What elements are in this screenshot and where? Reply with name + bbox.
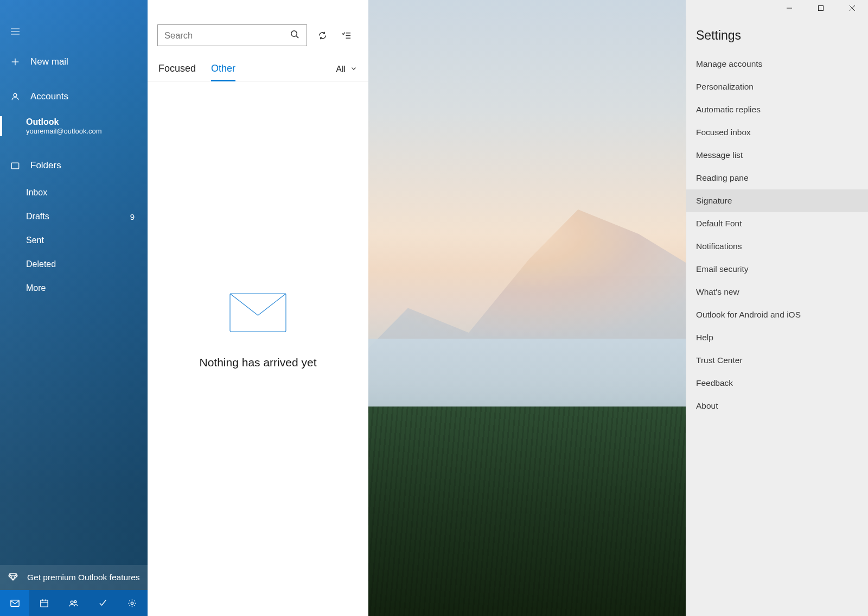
svg-point-9 xyxy=(14,93,17,97)
account-email: youremail@outlook.com xyxy=(26,127,148,135)
folder-more[interactable]: More xyxy=(0,276,148,300)
folder-label: Drafts xyxy=(26,212,49,221)
app-switcher-bar xyxy=(0,590,148,616)
settings-button[interactable] xyxy=(117,590,146,616)
folders-label: Folders xyxy=(30,160,61,171)
search-icon xyxy=(290,29,300,42)
hamburger-button[interactable] xyxy=(0,16,30,47)
settings-list: Manage accountsPersonalizationAutomatic … xyxy=(686,53,868,417)
filter-label: All xyxy=(336,65,346,74)
svg-rect-24 xyxy=(230,294,286,332)
folder-icon xyxy=(10,161,21,170)
mail-app-button[interactable] xyxy=(0,590,29,616)
settings-item-trust-center[interactable]: Trust Center xyxy=(686,349,868,372)
folder-label: More xyxy=(26,283,46,293)
people-app-button[interactable] xyxy=(59,590,88,616)
svg-point-17 xyxy=(74,600,76,602)
search-input[interactable] xyxy=(164,30,290,41)
new-mail-label: New mail xyxy=(30,56,68,67)
settings-item-manage-accounts[interactable]: Manage accounts xyxy=(686,53,868,75)
window-controls xyxy=(774,0,868,16)
select-mode-button[interactable] xyxy=(337,24,355,46)
accounts-header[interactable]: Accounts xyxy=(0,81,148,112)
settings-item-what-s-new[interactable]: What's new xyxy=(686,281,868,303)
folder-label: Inbox xyxy=(26,188,47,198)
folder-inbox[interactable]: Inbox xyxy=(0,181,148,205)
minimize-button[interactable] xyxy=(774,0,805,16)
tab-focused[interactable]: Focused xyxy=(158,63,196,81)
settings-item-default-font[interactable]: Default Font xyxy=(686,212,868,235)
settings-item-automatic-replies[interactable]: Automatic replies xyxy=(686,98,868,121)
svg-rect-1 xyxy=(819,6,824,11)
svg-point-19 xyxy=(291,30,297,36)
maximize-button[interactable] xyxy=(805,0,837,16)
new-mail-button[interactable]: New mail xyxy=(0,47,148,77)
plus-icon xyxy=(10,57,21,67)
settings-item-signature[interactable]: Signature xyxy=(686,189,868,212)
folder-count: 9 xyxy=(130,212,135,221)
folder-list: Inbox Drafts 9 Sent Deleted More xyxy=(0,181,148,300)
folders-header[interactable]: Folders xyxy=(0,150,148,181)
folder-deleted[interactable]: Deleted xyxy=(0,252,148,276)
person-icon xyxy=(10,92,21,101)
accounts-label: Accounts xyxy=(30,91,68,102)
settings-title: Settings xyxy=(686,23,868,53)
settings-item-email-security[interactable]: Email security xyxy=(686,258,868,281)
svg-rect-12 xyxy=(40,600,47,606)
inbox-tabs: Focused Other All xyxy=(148,54,368,81)
settings-item-notifications[interactable]: Notifications xyxy=(686,235,868,258)
premium-banner[interactable]: Get premium Outlook features xyxy=(0,565,148,590)
folder-drafts[interactable]: Drafts 9 xyxy=(0,205,148,228)
account-item[interactable]: Outlook youremail@outlook.com xyxy=(0,112,148,141)
premium-label: Get premium Outlook features xyxy=(27,573,140,582)
tab-other[interactable]: Other xyxy=(211,63,235,81)
settings-panel: Settings Manage accountsPersonalizationA… xyxy=(686,16,868,616)
folder-label: Deleted xyxy=(26,259,56,269)
chevron-down-icon xyxy=(350,65,358,74)
settings-item-feedback[interactable]: Feedback xyxy=(686,372,868,395)
svg-point-18 xyxy=(131,602,133,604)
svg-line-20 xyxy=(296,36,298,38)
settings-item-message-list[interactable]: Message list xyxy=(686,144,868,167)
message-toolbar xyxy=(148,16,368,54)
close-button[interactable] xyxy=(837,0,868,16)
settings-item-outlook-for-android-and-ios[interactable]: Outlook for Android and iOS xyxy=(686,303,868,326)
sync-button[interactable] xyxy=(314,24,331,46)
settings-item-focused-inbox[interactable]: Focused inbox xyxy=(686,121,868,144)
settings-item-about[interactable]: About xyxy=(686,395,868,417)
account-name: Outlook xyxy=(26,117,148,127)
todo-app-button[interactable] xyxy=(88,590,117,616)
diamond-icon xyxy=(8,571,18,584)
folder-sent[interactable]: Sent xyxy=(0,228,148,252)
folder-label: Sent xyxy=(26,236,44,245)
svg-rect-11 xyxy=(10,600,18,606)
svg-rect-10 xyxy=(11,163,19,169)
settings-item-help[interactable]: Help xyxy=(686,326,868,349)
sidebar: New mail Accounts Outlook youremail@outl… xyxy=(0,0,148,616)
envelope-icon xyxy=(229,293,286,334)
calendar-app-button[interactable] xyxy=(29,590,59,616)
settings-item-reading-pane[interactable]: Reading pane xyxy=(686,167,868,189)
empty-state-text: Nothing has arrived yet xyxy=(200,356,317,369)
filter-dropdown[interactable]: All xyxy=(336,65,358,81)
settings-item-personalization[interactable]: Personalization xyxy=(686,75,868,98)
search-box[interactable] xyxy=(157,24,307,46)
empty-state: Nothing has arrived yet xyxy=(148,81,368,616)
svg-point-16 xyxy=(71,601,73,604)
message-list-column: Focused Other All Nothing has arrived ye… xyxy=(148,16,368,616)
